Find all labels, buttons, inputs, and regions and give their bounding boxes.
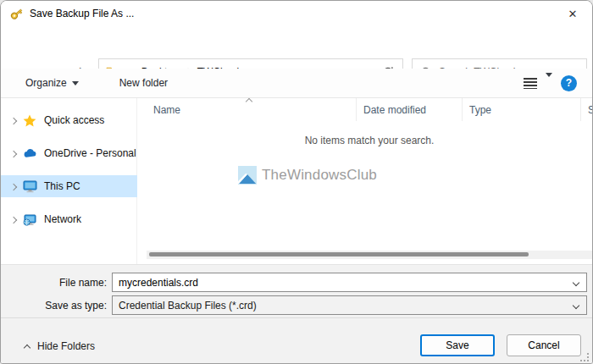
hide-folders-label: Hide Folders — [37, 340, 95, 352]
new-folder-button[interactable]: New folder — [112, 73, 175, 93]
expand-chevron-icon[interactable] — [11, 180, 23, 192]
network-icon — [23, 212, 38, 226]
expand-chevron-icon[interactable] — [11, 213, 23, 225]
save-as-type-label: Save as type: — [1, 300, 107, 312]
sidebar-item-label: This PC — [44, 180, 80, 192]
main-area: Quick access OneDrive - Personal — [1, 98, 592, 264]
column-header-date-modified[interactable]: Date modified — [357, 98, 463, 121]
chevron-down-icon[interactable] — [573, 302, 579, 309]
sidebar-item-label: Quick access — [44, 114, 104, 126]
sidebar-item-quick-access[interactable]: Quick access — [1, 109, 137, 131]
thewindowsclub-logo-icon — [238, 166, 257, 185]
file-name-input[interactable] — [119, 277, 559, 289]
resize-grip[interactable] — [580, 353, 590, 362]
list-view-icon[interactable] — [524, 78, 537, 89]
column-header-row: Name Date modified Type Size — [147, 98, 592, 121]
computer-icon — [23, 179, 38, 193]
dialog-footer: Hide Folders Save Cancel — [1, 317, 592, 364]
save-button[interactable]: Save — [420, 334, 495, 356]
expand-chevron-icon[interactable] — [11, 147, 23, 159]
key-icon — [9, 7, 24, 21]
save-as-type-select[interactable]: Credential Backup Files (*.crd) — [112, 295, 587, 315]
watermark: TheWindowsClub — [238, 166, 377, 185]
hide-folders-button[interactable]: Hide Folders — [18, 337, 102, 356]
window-title: Save Backup File As ... — [30, 8, 134, 19]
title-bar[interactable]: Save Backup File As ... ✕ — [1, 1, 592, 26]
new-folder-label: New folder — [119, 77, 168, 89]
expand-chevron-icon[interactable] — [11, 114, 23, 126]
column-header-name[interactable]: Name — [147, 98, 357, 121]
sort-ascending-icon — [246, 98, 252, 105]
column-header-type[interactable]: Type — [463, 98, 581, 121]
cloud-icon — [23, 146, 38, 160]
sidebar-item-this-pc[interactable]: This PC — [1, 175, 137, 197]
view-dropdown-icon[interactable] — [546, 77, 552, 89]
close-button[interactable]: ✕ — [553, 1, 592, 26]
organize-label: Organize — [25, 77, 67, 89]
command-toolbar: Organize New folder ? — [1, 69, 592, 98]
navigation-bar: ← → ↑ « Desktop TWCbackup — [1, 26, 592, 69]
sidebar-item-onedrive[interactable]: OneDrive - Personal — [1, 142, 137, 164]
save-file-dialog: Save Backup File As ... ✕ ← → ↑ « Deskto… — [0, 0, 593, 364]
chevron-up-icon — [24, 345, 30, 351]
star-icon — [23, 113, 38, 127]
watermark-text: TheWindowsClub — [262, 167, 377, 184]
scrollbar-thumb[interactable] — [149, 252, 529, 256]
empty-folder-message: No items match your search. — [147, 135, 592, 146]
save-as-type-value: Credential Backup Files (*.crd) — [119, 300, 257, 312]
organize-button[interactable]: Organize — [18, 73, 86, 93]
help-button[interactable]: ? — [561, 75, 577, 91]
horizontal-scrollbar[interactable] — [147, 251, 592, 259]
file-form-area: File name: Save as type: Credential Back… — [1, 264, 592, 317]
column-header-size[interactable]: Size — [581, 98, 592, 121]
cancel-button[interactable]: Cancel — [507, 334, 581, 356]
chevron-down-icon[interactable] — [573, 279, 579, 286]
navigation-pane: Quick access OneDrive - Personal — [1, 98, 137, 264]
file-name-combobox[interactable] — [112, 273, 587, 292]
file-name-label: File name: — [1, 277, 107, 289]
file-list-panel: Name Date modified Type Size No items ma… — [147, 98, 592, 264]
sidebar-item-network[interactable]: Network — [1, 208, 137, 230]
sidebar-item-label: OneDrive - Personal — [44, 147, 136, 159]
sidebar-item-label: Network — [44, 213, 81, 225]
chevron-down-icon — [72, 81, 79, 85]
